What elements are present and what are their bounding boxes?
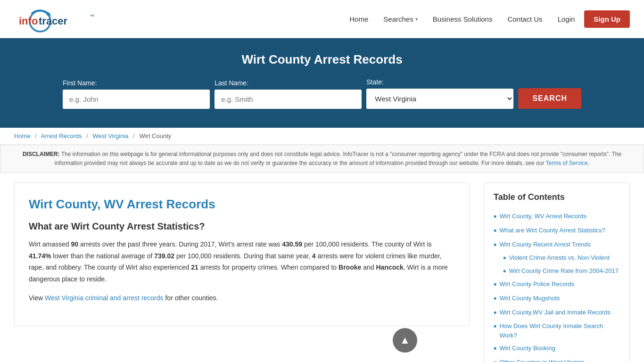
disclaimer-text: The information on this webpage is for g… [55, 151, 621, 166]
disclaimer-label: DISCLAIMER: [23, 151, 60, 157]
p1-part8: and [361, 263, 376, 271]
toc-bullet: ▪ [494, 344, 496, 354]
toc-bullet: ▪ [503, 253, 506, 263]
toc-sub-link[interactable]: Violent Crime Arrests vs. Non-Violent [509, 253, 609, 263]
breadcrumb-west-virginia[interactable]: West Virginia [92, 132, 128, 140]
toc-link[interactable]: Wirt County, WV Arrest Records [499, 212, 586, 221]
p1-part5: per 100,000 residents. During that same … [174, 252, 312, 260]
content-card: Wirt County, WV Arrest Records What are … [14, 182, 470, 326]
toc-item: ▪Wirt County Recent Arrest Trends [494, 238, 620, 252]
nav-searches[interactable]: Searches ▾ [378, 11, 423, 27]
county2: Hancock [376, 263, 403, 271]
svg-text:™: ™ [90, 14, 94, 19]
toc-link[interactable]: Wirt County Recent Arrest Trends [499, 240, 591, 249]
search-form: First Name: Last Name: State: West Virgi… [63, 78, 581, 109]
toc-bullet: ▪ [494, 308, 496, 318]
hero-banner: Wirt County Arrest Records First Name: L… [0, 38, 644, 128]
view-text2: for other counties. [164, 294, 218, 302]
state-select[interactable]: West Virginia Alabama Alaska Arizona Ark… [366, 89, 513, 109]
toc-card: Table of Contents ▪Wirt County, WV Arres… [484, 182, 630, 362]
search-button[interactable]: SEARCH [518, 88, 581, 109]
toc-link[interactable]: Wirt County Mugshots [499, 294, 560, 303]
view-more-paragraph: View West Virginia criminal and arrest r… [29, 292, 455, 304]
toc-sub-link[interactable]: Wirt County Crime Rate from 2004-2017 [509, 266, 619, 276]
state-group: State: West Virginia Alabama Alaska Ariz… [366, 78, 513, 109]
lower-pct: 41.74% [29, 252, 51, 260]
toc-bullet: ▪ [494, 294, 496, 304]
toc-item: ▪Wirt County Booking [494, 342, 620, 356]
terms-of-service-link[interactable]: Terms of Service [546, 160, 588, 166]
violent-count: 4 [312, 252, 316, 260]
state-label: State: [366, 78, 384, 86]
breadcrumb: Home / Arrest Records / West Virginia / … [0, 128, 644, 145]
toc-link[interactable]: How Does Wirt County Inmate Search Work? [499, 321, 620, 340]
main-nav: Home Searches ▾ Business Solutions Conta… [344, 10, 630, 28]
toc-bullet: ▪ [494, 321, 496, 332]
main-content: Wirt County, WV Arrest Records What are … [0, 173, 644, 362]
searches-chevron-icon: ▾ [415, 16, 418, 22]
last-name-input[interactable] [215, 90, 362, 109]
nav-signup-button[interactable]: Sign Up [584, 10, 630, 28]
toc-item: ▪Wirt County Police Records [494, 278, 620, 292]
wv-records-link[interactable]: West Virginia criminal and arrest record… [45, 294, 164, 302]
toc-sub-item: ▪Violent Crime Arrests vs. Non-Violent [503, 252, 620, 265]
breadcrumb-home[interactable]: Home [14, 132, 31, 140]
toc-bullet: ▪ [494, 280, 496, 290]
toc-link[interactable]: Other Counties in West Virginia [499, 358, 585, 362]
nav-contact-us[interactable]: Contact Us [502, 11, 548, 27]
title-blue-part: Wirt [29, 197, 52, 211]
header: info tracer ™ Home Searches ▾ Business S… [0, 0, 644, 38]
arrest-rate: 430.59 [282, 240, 302, 248]
property-count: 21 [191, 263, 198, 271]
first-name-input[interactable] [63, 90, 210, 109]
p1-part2: arrests over the past three years. Durin… [78, 240, 282, 248]
toc-link[interactable]: Wirt County Booking [499, 344, 555, 353]
toc-bullet: ▪ [503, 266, 506, 277]
nav-home[interactable]: Home [344, 11, 374, 27]
p1-part7: arrests for property crimes. When compar… [198, 263, 339, 271]
breadcrumb-sep-3: / [133, 132, 135, 140]
toc-link[interactable]: Wirt County,WV Jail and Inmate Records [499, 308, 610, 317]
p1-intro: Wirt amassed [29, 240, 71, 248]
toc-title: Table of Contents [494, 192, 620, 202]
toc-link[interactable]: What are Wirt County Arrest Statistics? [499, 226, 605, 235]
logo-icon: info tracer ™ [14, 5, 106, 33]
logo-area[interactable]: info tracer ™ [14, 5, 106, 33]
first-name-label: First Name: [63, 79, 97, 87]
breadcrumb-sep-2: / [86, 132, 88, 140]
breadcrumb-arrest-records[interactable]: Arrest Records [41, 132, 82, 140]
toc-item: ▪Wirt County,WV Jail and Inmate Records [494, 306, 620, 320]
toc-sublist: ▪Violent Crime Arrests vs. Non-Violent▪W… [494, 252, 620, 278]
view-text: View [29, 294, 45, 302]
nav-login[interactable]: Login [552, 11, 581, 27]
breadcrumb-sep-1: / [35, 132, 37, 140]
toc-bullet: ▪ [494, 212, 496, 222]
last-name-group: Last Name: [215, 79, 362, 109]
hero-title: Wirt County Arrest Records [14, 52, 630, 67]
back-to-top-button[interactable]: ▲ [393, 328, 417, 353]
disclaimer-bar: DISCLAIMER: The information on this webp… [0, 145, 644, 173]
toc-item: ▪How Does Wirt County Inmate Search Work… [494, 320, 620, 342]
disclaimer-end: . [588, 160, 589, 166]
title-rest: County, WV Arrest Records [52, 197, 215, 211]
page-main-title: Wirt County, WV Arrest Records [29, 197, 455, 212]
nav-business-solutions[interactable]: Business Solutions [427, 11, 498, 27]
toc-bullet: ▪ [494, 358, 496, 362]
p1-part3: per 100,000 residents. The county of Wir… [302, 240, 431, 248]
toc-sub-item: ▪Wirt County Crime Rate from 2004-2017 [503, 265, 620, 278]
county1: Brooke [339, 263, 361, 271]
last-name-label: Last Name: [215, 79, 248, 87]
svg-text:info: info [19, 15, 38, 27]
arrests-count: 90 [71, 240, 78, 248]
toc-list: ▪Wirt County, WV Arrest Records▪What are… [494, 210, 620, 362]
toc-item: ▪Wirt County Mugshots [494, 292, 620, 306]
national-avg: 739.02 [154, 252, 174, 260]
sidebar: Table of Contents ▪Wirt County, WV Arres… [484, 182, 630, 362]
toc-bullet: ▪ [494, 226, 496, 236]
p1-part4: lower than the national average of [51, 252, 154, 260]
section1-title: What are Wirt County Arrest Statistics? [29, 221, 455, 232]
toc-item: ▪What are Wirt County Arrest Statistics? [494, 224, 620, 238]
first-name-group: First Name: [63, 79, 210, 109]
toc-link[interactable]: Wirt County Police Records [499, 280, 574, 289]
stats-paragraph: Wirt amassed 90 arrests over the past th… [29, 239, 455, 285]
